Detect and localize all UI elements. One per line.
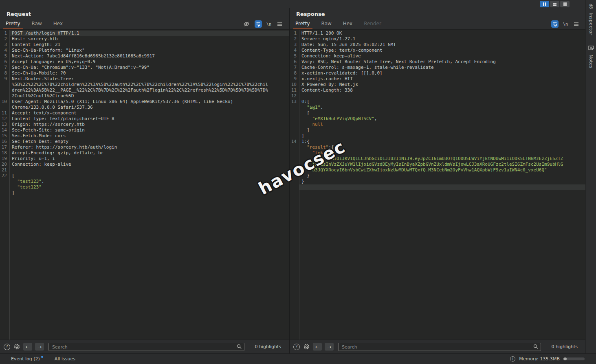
code-line[interactable]: 6Vary: RSC, Next-Router-State-Tree, Next… bbox=[290, 59, 585, 65]
code-line[interactable]: null bbox=[290, 122, 585, 127]
code-text: Sec-Fetch-Dest: empty bbox=[9, 139, 289, 145]
code-line[interactable]: 21 bbox=[0, 167, 289, 173]
response-prettify-button[interactable] bbox=[551, 20, 559, 28]
code-line[interactable]: 4Sec-Ch-Ua-Platform: "Linux" bbox=[0, 48, 289, 53]
line-number: 3 bbox=[290, 42, 299, 48]
code-line[interactable]: 11Content-Length: 338 bbox=[290, 88, 585, 93]
response-search-input[interactable] bbox=[338, 343, 541, 351]
response-tab-raw[interactable]: Raw bbox=[319, 19, 334, 29]
code-line[interactable]: 130:[ bbox=[290, 99, 585, 105]
all-issues-button[interactable]: All issues bbox=[55, 356, 75, 362]
code-line[interactable]: [ bbox=[290, 110, 585, 116]
code-line[interactable]: 20Connection: keep-alive bbox=[0, 162, 289, 167]
event-log-button[interactable]: Event log (2) bbox=[11, 356, 43, 362]
sidebar-item-label: Notes bbox=[588, 55, 594, 68]
code-line[interactable]: 11Accept: text/x-component bbox=[0, 110, 289, 116]
code-line[interactable]: 10User-Agent: Mozilla/5.0 (X11; Linux x8… bbox=[0, 99, 289, 105]
code-line[interactable]: 16Sec-Fetch-Dest: empty bbox=[0, 139, 289, 145]
code-line[interactable]: 22[ bbox=[0, 173, 289, 179]
code-line[interactable]: "eMXTkHuLPViqVOQpNTSCV", bbox=[290, 116, 585, 122]
newline-toggle[interactable]: \n bbox=[266, 22, 271, 26]
code-line[interactable]: 15Sec-Fetch-Mode: cors bbox=[0, 133, 289, 139]
code-line[interactable]: 10X-Powered-By: Next.js bbox=[290, 82, 585, 88]
response-tab-hex[interactable]: Hex bbox=[341, 19, 355, 29]
code-line[interactable]: jNiIsInVzZXJuYW1lIjoidGVzdDEyMyIsInByaXZ… bbox=[290, 162, 585, 167]
request-search-input[interactable] bbox=[48, 343, 244, 351]
request-tab-pretty[interactable]: Pretty bbox=[3, 19, 23, 29]
code-line[interactable]: 8x-action-revalidated: [[],0,0] bbox=[290, 70, 585, 76]
code-line[interactable]: 9Next-Router-State-Tree: bbox=[0, 76, 289, 82]
code-line[interactable]: 18Accept-Encoding: gzip, deflate, br bbox=[0, 150, 289, 156]
line-number: 8 bbox=[0, 70, 9, 76]
request-tab-raw[interactable]: Raw bbox=[29, 19, 44, 29]
code-line[interactable]: 3Date: Sun, 15 Jun 2025 05:02:21 GMT bbox=[290, 42, 585, 48]
response-highlights-count: 0 highlights bbox=[545, 344, 582, 349]
line-number: 2 bbox=[0, 36, 9, 42]
prev-match-button[interactable]: ← bbox=[313, 343, 322, 351]
help-icon[interactable]: ? bbox=[293, 344, 300, 350]
code-line[interactable]: ] bbox=[290, 133, 585, 139]
code-line[interactable]: Chrome/133.0.0.0 Safari/537.36 bbox=[0, 105, 289, 110]
code-line[interactable]: 9x-nextjs-cache: HIT bbox=[290, 76, 585, 82]
code-line[interactable]: 17Referer: https://sorcery.htb/auth/logi… bbox=[0, 145, 289, 150]
code-line[interactable]: 1POST /auth/login HTTP/1.1 bbox=[0, 31, 289, 36]
line-number bbox=[290, 150, 299, 156]
code-line[interactable]: 19Priority: u=1, i bbox=[0, 156, 289, 162]
code-line[interactable] bbox=[290, 184, 585, 190]
request-menu-button[interactable] bbox=[276, 20, 283, 28]
code-line[interactable]: 13Origin: https://sorcery.htb bbox=[0, 122, 289, 127]
code-line[interactable]: ] bbox=[290, 127, 585, 133]
code-line[interactable]: ] bbox=[0, 190, 289, 196]
newline-toggle[interactable]: \n bbox=[563, 22, 568, 26]
request-pane: Request Pretty Raw Hex \n bbox=[0, 8, 290, 353]
hide-request-button[interactable] bbox=[243, 20, 250, 28]
request-prettify-button[interactable] bbox=[255, 20, 262, 28]
sidebar-item-notes[interactable]: Notes bbox=[586, 41, 596, 74]
request-title: Request bbox=[0, 8, 289, 19]
code-line[interactable]: 14Sec-Fetch-Site: same-origin bbox=[0, 127, 289, 133]
code-line[interactable]: "test123" bbox=[0, 184, 289, 190]
code-line[interactable]: } bbox=[290, 173, 585, 179]
search-settings-button[interactable] bbox=[13, 343, 20, 351]
code-line[interactable]: 2Host: sorcery.htb bbox=[0, 36, 289, 42]
code-line[interactable]: dren%22%3A%5B%22__PAGE__%22%2C%7B%7D%2C%… bbox=[0, 88, 289, 93]
search-settings-button[interactable] bbox=[303, 343, 310, 351]
code-line[interactable]: 8Sec-Ch-Ua-Mobile: ?0 bbox=[0, 70, 289, 76]
code-line[interactable]: 2Server: nginx/1.27.1 bbox=[290, 36, 585, 42]
request-editor[interactable]: 1POST /auth/login HTTP/1.12Host: sorcery… bbox=[0, 29, 289, 340]
code-line[interactable]: 2Cnull%2Cnull%2Ctrue%5D bbox=[0, 93, 289, 99]
code-line[interactable]: 1HTTP/1.1 200 OK bbox=[290, 31, 585, 36]
response-tab-pretty[interactable]: Pretty bbox=[293, 19, 312, 29]
code-line[interactable]: 12 bbox=[290, 93, 585, 99]
code-line[interactable]: "test123", bbox=[0, 179, 289, 184]
next-match-button[interactable]: → bbox=[325, 343, 334, 351]
code-line[interactable]: 3Content-Length: 21 bbox=[0, 42, 289, 48]
response-editor[interactable]: 1HTTP/1.1 200 OK2Server: nginx/1.27.13Da… bbox=[290, 29, 585, 340]
request-tab-hex[interactable]: Hex bbox=[51, 19, 65, 29]
code-text: Sec-Fetch-Mode: cors bbox=[9, 133, 289, 139]
code-line[interactable]: 5Next-Action: 7abc1d84ff816e8d6965b2132e… bbox=[0, 53, 289, 59]
code-line[interactable]: } bbox=[290, 179, 585, 184]
code-line[interactable]: 6Accept-Language: en-US,en;q=0.9 bbox=[0, 59, 289, 65]
response-tab-render[interactable]: Render bbox=[361, 19, 384, 29]
layout-columns-button[interactable] bbox=[540, 1, 549, 7]
next-match-button[interactable]: → bbox=[35, 343, 44, 351]
code-line[interactable]: 7Sec-Ch-Ua: "Chromium";v="133", "Not(A:B… bbox=[0, 65, 289, 70]
line-number: 1 bbox=[290, 31, 299, 36]
layout-button-group bbox=[540, 1, 570, 7]
layout-single-button[interactable] bbox=[560, 1, 570, 7]
code-line[interactable]: "$@1", bbox=[290, 105, 585, 110]
code-line[interactable]: 4Content-Type: text/x-component bbox=[290, 48, 585, 53]
code-line[interactable]: 7Cache-Control: s-maxage=1, stale-while-… bbox=[290, 65, 585, 70]
help-icon[interactable]: ? bbox=[4, 344, 10, 350]
response-menu-button[interactable] bbox=[572, 20, 580, 28]
sidebar-item-inspector[interactable]: d8 Inspector bbox=[586, 0, 596, 41]
prev-match-button[interactable]: ← bbox=[23, 343, 32, 351]
code-line[interactable]: b3JQYXRocyI6bnVsbCwiZXhwIjoxNzUwMDUwMTQx… bbox=[290, 167, 585, 173]
code-line[interactable]: %5B%22%22%2C%7B%22children%22%3A%5B%22au… bbox=[0, 82, 289, 88]
code-text: HTTP/1.1 200 OK bbox=[299, 31, 585, 36]
code-line[interactable]: 5Connection: keep-alive bbox=[290, 53, 585, 59]
layout-rows-button[interactable] bbox=[550, 1, 559, 7]
code-text: Referer: https://sorcery.htb/auth/login bbox=[9, 145, 289, 150]
code-line[interactable]: 12Content-Type: text/plain;charset=UTF-8 bbox=[0, 116, 289, 122]
